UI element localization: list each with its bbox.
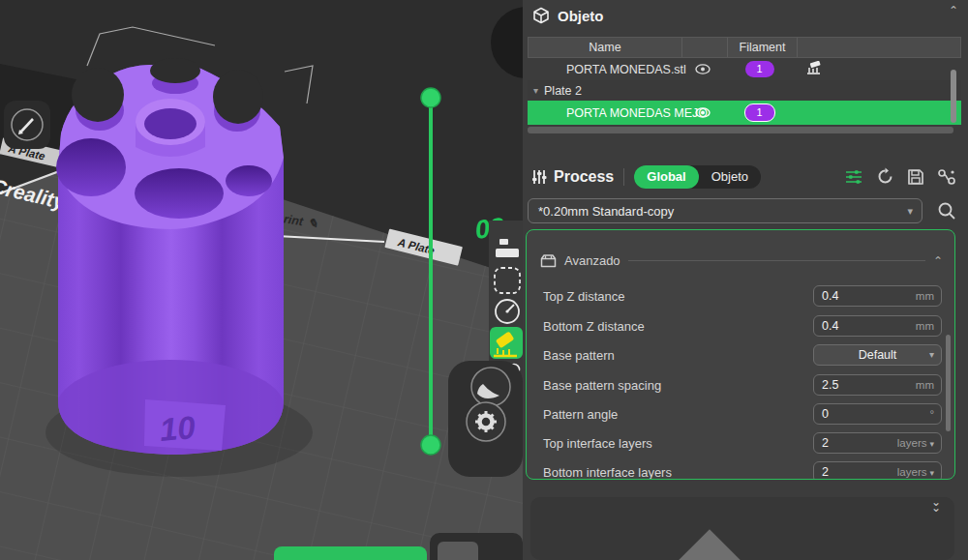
pattern-angle-input[interactable]: 0 ° [813, 403, 942, 425]
object-name: PORTA MONEDAS.stl [528, 63, 681, 76]
param-row-bottom-interface: Bottom interface layers 2 layers▾ [527, 461, 954, 480]
visibility-toggle[interactable] [681, 107, 725, 118]
right-panel: Objeto ⌃ Name Filament PORTA MONEDAS.stl [523, 0, 968, 560]
filament-badge[interactable]: 1 [745, 61, 774, 77]
column-name: Name [529, 38, 682, 57]
collapse-object-panel-icon[interactable]: ⌃ [949, 4, 958, 17]
preset-dropdown[interactable]: *0.20mm Standard-copy ▾ [528, 198, 923, 223]
filament-cell[interactable]: 1 [725, 103, 794, 122]
eye-icon [695, 107, 711, 118]
chevron-down-icon: ▾ [929, 349, 934, 360]
advanced-icon [540, 253, 557, 268]
model-object[interactable]: 10 [56, 56, 287, 464]
process-header: Process Global Objeto [530, 164, 761, 190]
bottom-interface-layers-input[interactable]: 2 layers▾ [813, 461, 942, 480]
eye-icon [695, 64, 711, 74]
search-settings-button[interactable] [933, 198, 960, 223]
filament-badge[interactable]: 1 [744, 103, 775, 122]
bottom-z-distance-input[interactable]: 0.4 mm [813, 315, 942, 337]
process-scope-tabs: Global Objeto [634, 165, 761, 189]
chevron-down-icon: ▾ [929, 439, 934, 449]
chevron-down-icon: ▾ [929, 468, 934, 478]
param-row-top-z: Top Z distance 0.4 mm [527, 285, 954, 309]
param-label: Pattern angle [543, 407, 618, 422]
base-pattern-spacing-input[interactable]: 2.5 mm [813, 374, 942, 396]
param-row-top-interface: Top interface layers 2 layers▾ [527, 432, 954, 456]
advanced-params-box: Avanzado ⌃ Top Z distance 0.4 mm Bottom … [526, 229, 955, 480]
object-table: Name Filament PORTA MONEDAS.stl 1 [528, 37, 961, 125]
settings-button[interactable] [467, 402, 505, 441]
tree-collapse-icon[interactable]: ▾ [533, 85, 538, 96]
param-label: Bottom interface layers [543, 465, 672, 480]
support-icon [805, 61, 822, 74]
chevron-down-icon: ▾ [907, 205, 913, 218]
object-hole [135, 168, 224, 219]
advanced-section-title: Avanzado [564, 253, 620, 268]
slice-options-button[interactable] [438, 542, 478, 560]
param-label: Top Z distance [543, 289, 625, 304]
object-table-header: Name Filament [528, 37, 961, 58]
column-extra [798, 38, 960, 57]
preset-value: *0.20mm Standard-copy [538, 204, 907, 219]
cube-icon [532, 7, 550, 24]
table-horizontal-scrollbar[interactable] [528, 127, 953, 133]
object-panel-header: Objeto ⌃ [523, 0, 968, 31]
param-label: Bottom Z distance [543, 319, 645, 334]
reset-icon[interactable] [876, 167, 894, 186]
param-label: Base pattern [543, 348, 615, 363]
object-hole [226, 165, 272, 196]
advanced-section-header[interactable]: Avanzado ⌃ [540, 253, 943, 268]
plate-group-label: Plate 2 [544, 84, 582, 98]
support-cell[interactable] [794, 61, 961, 77]
divider [628, 260, 925, 261]
table-row-object-2-selected[interactable]: PORTA MONEDAS MEJO 1 [528, 101, 961, 125]
search-icon [937, 201, 956, 221]
gizmo-handle-top[interactable] [421, 88, 440, 107]
slicer-app: A Plate Creality 3 e print✎ A Plate [0, 0, 968, 560]
process-toolbar [844, 167, 956, 186]
table-vertical-scrollbar[interactable] [951, 70, 956, 123]
slice-button[interactable] [274, 546, 427, 560]
table-row-plate-2[interactable]: ▾ Plate 2 [528, 80, 961, 101]
object-hole [56, 138, 126, 196]
save-icon[interactable] [907, 168, 924, 186]
tab-objeto[interactable]: Objeto [699, 165, 761, 189]
process-sliders-icon [530, 168, 548, 186]
tab-global[interactable]: Global [634, 165, 698, 189]
preview-collapsed-panel[interactable]: ⌄ ⌄ [530, 497, 954, 560]
edit-plate-pencil-icon: ✎ [307, 216, 319, 230]
process-title: Process [554, 168, 614, 186]
param-row-base-pattern: Base pattern Default ▾ [527, 344, 954, 368]
base-pattern-select[interactable]: Default ▾ [813, 344, 942, 366]
param-row-pattern-spacing: Base pattern spacing 2.5 mm [527, 374, 954, 398]
preview-shape [634, 529, 785, 560]
collapse-section-icon[interactable]: ⌃ [933, 254, 943, 268]
plate-edit-button[interactable] [4, 101, 50, 149]
param-label: Base pattern spacing [543, 378, 661, 393]
params-scrollbar[interactable] [946, 335, 951, 431]
top-z-distance-input[interactable]: 0.4 mm [813, 285, 942, 307]
object-number-label: 10 [158, 409, 197, 448]
viewport-3d[interactable]: A Plate Creality 3 e print✎ A Plate [0, 0, 523, 560]
share-flow-icon[interactable] [937, 168, 956, 186]
object-panel-title: Objeto [558, 8, 604, 24]
top-interface-layers-input[interactable]: 2 layers▾ [813, 432, 942, 454]
visibility-toggle[interactable] [681, 64, 725, 74]
param-label: Top interface layers [543, 436, 652, 451]
support-paint-tool-active[interactable] [490, 327, 523, 359]
column-filament: Filament [728, 38, 798, 57]
orientation-button[interactable] [471, 368, 510, 406]
filament-cell[interactable]: 1 [725, 61, 794, 77]
table-row-object-1[interactable]: PORTA MONEDAS.stl 1 [528, 58, 961, 80]
param-row-pattern-angle: Pattern angle 0 ° [527, 403, 954, 427]
param-row-bottom-z: Bottom Z distance 0.4 mm [527, 315, 954, 339]
divider [623, 168, 624, 186]
expand-panel-button[interactable]: ⌄ ⌄ [931, 497, 941, 513]
column-visibility [682, 38, 728, 57]
filter-params-icon[interactable] [844, 168, 863, 186]
object-name: PORTA MONEDAS MEJO [528, 106, 681, 120]
gizmo-handle-bottom[interactable] [421, 435, 440, 455]
